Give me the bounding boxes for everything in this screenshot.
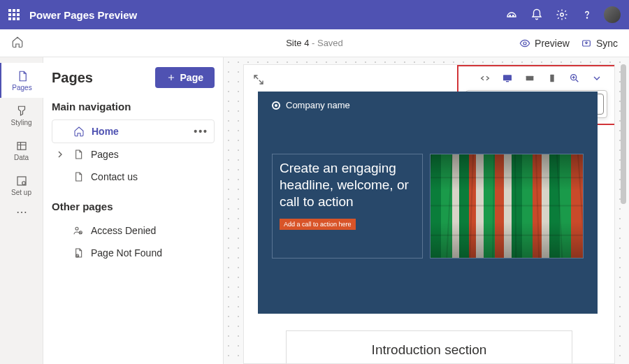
tree-item-page-not-found[interactable]: Page Not Found	[52, 242, 215, 264]
home-icon[interactable]	[11, 36, 24, 51]
copilot-icon[interactable]	[499, 0, 524, 29]
svg-point-9	[75, 227, 78, 230]
panel-title: Pages	[52, 70, 93, 86]
tree-item-access-denied[interactable]: Access Denied	[52, 219, 215, 242]
add-page-label: Page	[180, 72, 203, 83]
tree-item-home[interactable]: Home •••	[52, 119, 215, 143]
svg-point-4	[523, 42, 526, 45]
saved-state: - Saved	[309, 38, 342, 48]
left-rail: Pages Styling Data Set up ⋯	[0, 57, 43, 364]
help-icon[interactable]	[574, 0, 600, 29]
desktop-view-icon[interactable]	[500, 71, 515, 86]
rail-item-data[interactable]: Data	[0, 133, 43, 168]
brand-name: Company name	[286, 100, 350, 110]
tablet-portrait-icon[interactable]	[544, 71, 560, 86]
svg-rect-13	[506, 81, 509, 82]
site-name: Site 4 - Saved	[286, 38, 343, 48]
settings-icon[interactable]	[549, 0, 574, 29]
tree-label: Home	[92, 126, 119, 137]
app-launcher-icon[interactable]	[8, 9, 20, 20]
site-name-text: Site 4	[286, 38, 309, 48]
tablet-landscape-icon[interactable]	[522, 71, 537, 86]
app-title: Power Pages Preview	[29, 9, 137, 21]
rail-item-pages[interactable]: Pages	[0, 63, 43, 98]
tree-label: Page Not Found	[91, 247, 162, 259]
hero-section[interactable]: Company name Create an engaging headline…	[258, 92, 598, 314]
intro-section[interactable]: Introduction section Create a short para…	[286, 330, 572, 364]
sync-button[interactable]: Sync	[581, 38, 618, 49]
svg-rect-14	[526, 76, 534, 81]
code-view-icon[interactable]	[477, 71, 493, 86]
command-bar: Site 4 - Saved Preview Sync	[0, 29, 629, 57]
intro-title: Introduction section	[303, 342, 555, 358]
rail-label: Styling	[10, 119, 31, 126]
rail-label: Pages	[12, 84, 31, 92]
rail-label: Data	[14, 154, 29, 161]
expand-icon[interactable]	[252, 73, 265, 89]
svg-point-2	[561, 13, 564, 17]
hero-image[interactable]	[430, 154, 584, 259]
zoom-icon[interactable]	[567, 71, 582, 86]
svg-point-8	[22, 181, 25, 184]
hero-text-block[interactable]: Create an engaging headline, welcome, or…	[272, 154, 423, 259]
tree-item-contact[interactable]: Contact us	[52, 166, 215, 188]
svg-point-3	[586, 17, 587, 18]
pages-panel: Pages Page Main navigation Home ••• Page…	[43, 57, 224, 364]
svg-rect-15	[550, 75, 554, 82]
user-avatar[interactable]	[604, 6, 621, 23]
add-page-button[interactable]: Page	[155, 67, 215, 88]
tree-label: Pages	[91, 149, 119, 160]
brand-row[interactable]: Company name	[258, 92, 598, 119]
other-pages-heading: Other pages	[52, 201, 215, 212]
svg-point-1	[513, 15, 514, 17]
canvas-scrollbar[interactable]	[621, 64, 626, 204]
svg-rect-6	[17, 142, 26, 150]
radio-icon	[272, 101, 280, 110]
hero-cta-button[interactable]: Add a call to action here	[280, 219, 356, 230]
sync-label: Sync	[596, 38, 618, 49]
hero-headline: Create an engaging headline, welcome, or…	[280, 160, 415, 210]
tree-item-pages[interactable]: Pages	[52, 143, 215, 166]
canvas-frame: 50% − + Reset Company name Create an eng…	[243, 64, 615, 364]
svg-rect-12	[503, 75, 512, 80]
rail-label: Set up	[11, 189, 31, 196]
tree-label: Access Denied	[91, 225, 156, 236]
preview-label: Preview	[535, 38, 570, 49]
rail-item-setup[interactable]: Set up	[0, 168, 43, 203]
more-icon[interactable]: •••	[194, 126, 208, 137]
design-canvas: 50% − + Reset Company name Create an eng…	[224, 57, 629, 364]
tree-label: Contact us	[91, 171, 138, 182]
rail-item-styling[interactable]: Styling	[0, 98, 43, 133]
preview-button[interactable]: Preview	[519, 38, 570, 49]
main-nav-heading: Main navigation	[52, 101, 215, 112]
chevron-down-icon[interactable]	[589, 71, 605, 86]
rail-more-icon[interactable]: ⋯	[16, 205, 27, 219]
svg-point-0	[509, 15, 511, 17]
notifications-icon[interactable]	[524, 0, 549, 29]
top-header: Power Pages Preview	[0, 0, 629, 29]
